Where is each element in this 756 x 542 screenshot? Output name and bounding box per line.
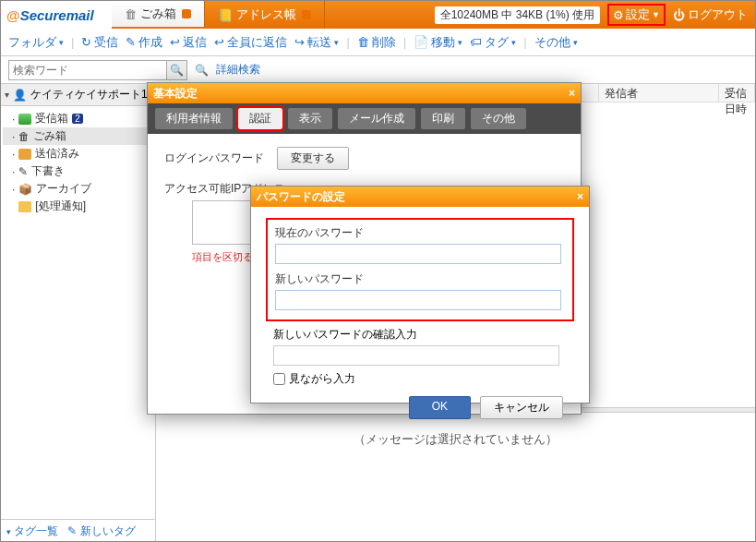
new-tag-link[interactable]: ✎ 新しいタグ (67, 524, 135, 539)
folder-processing[interactable]: · [処理通知] (3, 198, 153, 215)
receive-button[interactable]: ↻受信 (81, 34, 118, 51)
tab-addressbook[interactable]: 📒 アドレス帳 (205, 1, 325, 29)
password-dialog: パスワードの設定 × 現在のパスワード 新しいパスワード 新しいパスワードの確認… (250, 186, 590, 403)
cancel-button[interactable]: キャンセル (480, 396, 563, 419)
dialog-title: 基本設定 (153, 86, 198, 102)
current-password-input[interactable] (275, 244, 561, 264)
login-password-label: ログインパスワード (164, 151, 264, 166)
dialog-title: パスワードの設定 (257, 189, 345, 205)
tab-compose[interactable]: メール作成 (338, 108, 415, 129)
tab-print[interactable]: 印刷 (421, 108, 465, 129)
tab-auth[interactable]: 認証 (238, 108, 282, 129)
account-header[interactable]: ▾ 👤 ケイティケイサポート1 (1, 84, 155, 106)
unread-badge: 2 (72, 114, 83, 124)
ok-button[interactable]: OK (409, 396, 471, 419)
chevron-down-icon: ▾ (5, 90, 9, 100)
tab-address-label: アドレス帳 (236, 6, 296, 23)
archive-icon: 📦 (18, 183, 32, 196)
new-password-input[interactable] (275, 290, 561, 310)
compose-button[interactable]: ✎作成 (126, 34, 162, 51)
move-button[interactable]: 📄移動▾ (414, 34, 462, 51)
reply-button[interactable]: ↩返信 (170, 34, 207, 51)
forward-icon: ↪ (294, 35, 305, 49)
power-icon: ⏻ (673, 8, 685, 22)
col-date[interactable]: 受信日時 (719, 84, 755, 102)
inbox-icon (18, 114, 31, 125)
folder-archive[interactable]: ·📦 アーカイブ (3, 180, 153, 198)
search-icon[interactable]: 🔍 (166, 61, 186, 79)
gear-icon: ⚙ (613, 8, 624, 22)
change-password-button[interactable]: 変更する (277, 147, 349, 170)
settings-button[interactable]: ⚙ 設定 ▼ (607, 4, 666, 26)
chevron-down-icon: ▼ (652, 10, 660, 19)
draft-icon: ✎ (18, 165, 28, 178)
trash-icon: 🗑 (18, 130, 30, 143)
folder-trash[interactable]: ·🗑 ごみ箱 (3, 127, 153, 145)
tab-other[interactable]: その他 (471, 108, 526, 129)
folder-inbox[interactable]: · 受信箱 2 (3, 110, 153, 127)
col-sender[interactable]: 発信者 (599, 84, 719, 102)
tab-view[interactable]: 表示 (288, 108, 332, 129)
current-password-label: 現在のパスワード (275, 225, 565, 241)
delete-button[interactable]: 🗑削除 (357, 34, 396, 51)
move-icon: 📄 (414, 35, 428, 49)
replyall-icon: ↩ (214, 35, 224, 49)
tag-button[interactable]: 🏷タグ▾ (470, 34, 516, 51)
folder-draft[interactable]: ·✎ 下書き (3, 163, 153, 180)
person-icon: 👤 (13, 89, 27, 102)
folder-sent[interactable]: · 送信済み (3, 145, 153, 163)
compose-icon: ✎ (126, 35, 136, 49)
tag-icon: 🏷 (470, 35, 482, 49)
tab-trash[interactable]: 🗑 ごみ箱 (112, 1, 205, 29)
search-input[interactable] (9, 64, 166, 77)
show-password-checkbox[interactable] (273, 373, 285, 385)
folder-menu[interactable]: フォルダ▾ (8, 34, 64, 51)
refresh-icon: ↻ (81, 35, 91, 49)
close-icon[interactable]: × (569, 87, 575, 100)
other-menu[interactable]: その他▾ (534, 34, 578, 51)
forward-button[interactable]: ↪転送▾ (294, 34, 339, 51)
brand-logo: @Securemail (1, 1, 112, 29)
addressbook-icon: 📒 (218, 8, 233, 22)
confirm-password-label: 新しいパスワードの確認入力 (273, 327, 567, 343)
tab-indicator-icon (182, 9, 191, 18)
new-password-label: 新しいパスワード (275, 271, 565, 287)
tag-list-link[interactable]: ▾ タグ一覧 (6, 524, 58, 539)
logout-button[interactable]: ⏻ ログアウト (673, 6, 748, 23)
replyall-button[interactable]: ↩全員に返信 (214, 34, 287, 51)
show-password-label: 見ながら入力 (289, 371, 355, 387)
tab-indicator-icon (302, 10, 311, 19)
chevron-down-icon: ▾ (59, 38, 64, 47)
confirm-password-input[interactable] (273, 345, 559, 366)
quota-display: 全10240MB 中 34KB (1%) 使用 (435, 6, 600, 24)
folder-icon (18, 201, 31, 212)
pencil-icon: ✎ (67, 524, 77, 537)
close-icon[interactable]: × (577, 190, 583, 203)
tab-userinfo[interactable]: 利用者情報 (155, 108, 233, 129)
trash-icon: 🗑 (357, 35, 369, 49)
magnify-icon: 🔍 (195, 64, 209, 77)
sent-icon (18, 149, 31, 160)
advanced-search-link[interactable]: 詳細検索 (216, 62, 260, 78)
search-box[interactable]: 🔍 (8, 60, 187, 80)
tab-trash-label: ごみ箱 (140, 6, 176, 22)
reply-icon: ↩ (170, 35, 180, 49)
trash-icon: 🗑 (125, 7, 137, 21)
